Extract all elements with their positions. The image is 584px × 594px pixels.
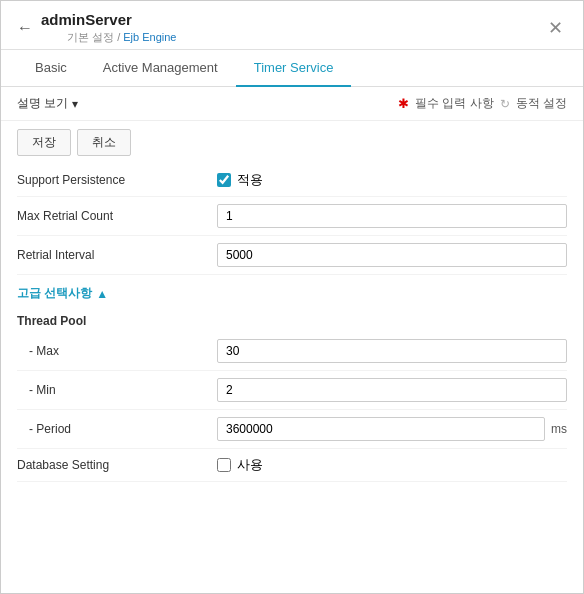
advanced-section-label: 고급 선택사항 xyxy=(17,285,92,302)
checkbox-row-db: 사용 xyxy=(217,456,567,474)
back-button[interactable]: ← xyxy=(17,19,33,37)
window-title: adminServer xyxy=(41,11,176,28)
tab-timer-service[interactable]: Timer Service xyxy=(236,50,352,87)
input-thread-min[interactable] xyxy=(217,378,567,402)
period-suffix: ms xyxy=(551,422,567,436)
required-label: 필수 입력 사항 xyxy=(415,95,494,112)
main-window: ← adminServer 기본 설정 / Ejb Engine ✕ Basic… xyxy=(0,0,584,594)
close-button[interactable]: ✕ xyxy=(544,17,567,39)
chevron-down-icon: ▾ xyxy=(72,97,78,111)
tab-active-management[interactable]: Active Management xyxy=(85,50,236,87)
input-thread-period[interactable] xyxy=(217,417,545,441)
title-left: ← adminServer 기본 설정 / Ejb Engine xyxy=(17,11,176,45)
title-bar: ← adminServer 기본 설정 / Ejb Engine ✕ xyxy=(1,1,583,50)
tab-basic[interactable]: Basic xyxy=(17,50,85,87)
thread-pool-label: Thread Pool xyxy=(17,306,567,332)
label-retrial-interval: Retrial Interval xyxy=(17,248,217,262)
checkbox-database-setting[interactable] xyxy=(217,458,231,472)
save-button[interactable]: 저장 xyxy=(17,129,71,156)
field-support-persistence: Support Persistence 적용 xyxy=(17,164,567,197)
form-body: Support Persistence 적용 Max Retrial Count… xyxy=(1,164,583,593)
label-thread-period: - Period xyxy=(17,422,217,436)
field-database-setting: Database Setting 사용 xyxy=(17,449,567,482)
breadcrumb-base: 기본 설정 xyxy=(67,31,114,43)
chevron-up-icon: ▲ xyxy=(96,287,108,301)
toolbar: 설명 보기 ▾ ✱ 필수 입력 사항 ↻ 동적 설정 xyxy=(1,87,583,121)
label-thread-min: - Min xyxy=(17,383,217,397)
checkbox-db-label: 사용 xyxy=(237,456,263,474)
label-database-setting: Database Setting xyxy=(17,458,217,472)
field-thread-period: - Period ms xyxy=(17,410,567,449)
dynamic-label: 동적 설정 xyxy=(516,95,567,112)
required-star-icon: ✱ xyxy=(398,96,409,111)
input-retrial-interval[interactable] xyxy=(217,243,567,267)
control-thread-period: ms xyxy=(217,417,567,441)
control-max-retrial-count xyxy=(217,204,567,228)
input-thread-max[interactable] xyxy=(217,339,567,363)
breadcrumb: 기본 설정 / Ejb Engine xyxy=(67,30,176,45)
title-block: adminServer 기본 설정 / Ejb Engine xyxy=(41,11,176,45)
advanced-section-header[interactable]: 고급 선택사항 ▲ xyxy=(17,275,567,306)
refresh-icon: ↻ xyxy=(500,97,510,111)
label-support-persistence: Support Persistence xyxy=(17,173,217,187)
label-max-retrial-count: Max Retrial Count xyxy=(17,209,217,223)
control-support-persistence: 적용 xyxy=(217,171,567,189)
action-bar: 저장 취소 xyxy=(1,121,583,164)
control-thread-max xyxy=(217,339,567,363)
field-thread-max: - Max xyxy=(17,332,567,371)
control-database-setting: 사용 xyxy=(217,456,567,474)
tabs-bar: Basic Active Management Timer Service xyxy=(1,50,583,87)
field-retrial-interval: Retrial Interval xyxy=(17,236,567,275)
checkbox-row-persistence: 적용 xyxy=(217,171,567,189)
checkbox-persistence-label: 적용 xyxy=(237,171,263,189)
view-label: 설명 보기 xyxy=(17,95,68,112)
label-thread-max: - Max xyxy=(17,344,217,358)
checkbox-support-persistence[interactable] xyxy=(217,173,231,187)
period-input-group: ms xyxy=(217,417,567,441)
breadcrumb-link[interactable]: Ejb Engine xyxy=(123,31,176,43)
toolbar-left: 설명 보기 ▾ xyxy=(17,95,78,112)
control-retrial-interval xyxy=(217,243,567,267)
input-max-retrial-count[interactable] xyxy=(217,204,567,228)
cancel-button[interactable]: 취소 xyxy=(77,129,131,156)
control-thread-min xyxy=(217,378,567,402)
toolbar-right: ✱ 필수 입력 사항 ↻ 동적 설정 xyxy=(398,95,567,112)
field-thread-min: - Min xyxy=(17,371,567,410)
view-select-button[interactable]: 설명 보기 ▾ xyxy=(17,95,78,112)
field-max-retrial-count: Max Retrial Count xyxy=(17,197,567,236)
